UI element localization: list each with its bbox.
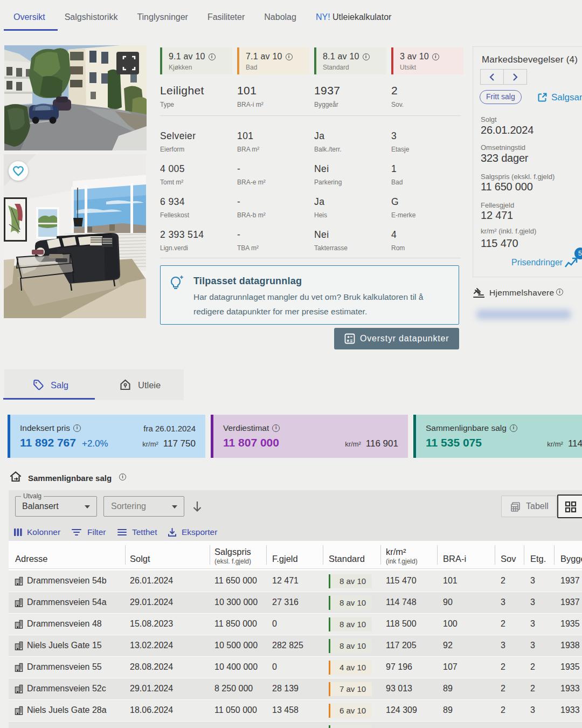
svg-text:5: 5 — [578, 250, 582, 257]
